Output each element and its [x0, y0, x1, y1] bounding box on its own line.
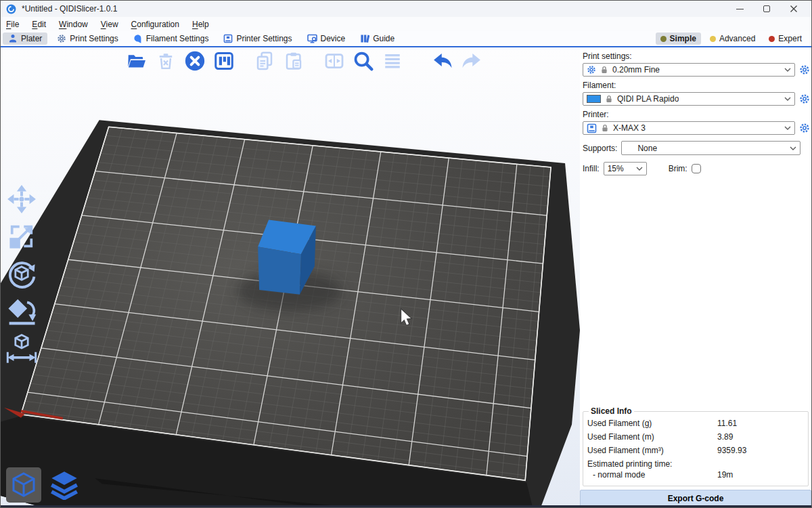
gear-icon: [799, 93, 810, 104]
editor-view-button[interactable]: [6, 467, 41, 503]
printer-combo[interactable]: X-MAX 3: [583, 121, 795, 135]
mode-simple[interactable]: Simple: [656, 33, 701, 45]
redo-button[interactable]: [460, 49, 483, 72]
menu-bar: File Edit Window View Configuration Help: [1, 17, 811, 31]
panel-spacer: [583, 177, 810, 406]
open-folder-icon: [127, 51, 147, 70]
minimize-button[interactable]: [726, 1, 753, 17]
scene-canvas[interactable]: [1, 47, 580, 507]
sliced-info-box: Sliced Info Used Filament (g) 11.61 Used…: [583, 406, 809, 486]
printer-value: X-MAX 3: [613, 123, 646, 133]
undo-button[interactable]: [431, 49, 454, 72]
maximize-button[interactable]: [753, 1, 780, 17]
supports-combo[interactable]: None: [621, 141, 800, 155]
row-value: 9359.93: [717, 446, 746, 455]
infill-combo[interactable]: 15%: [604, 162, 647, 175]
supports-value: None: [625, 144, 657, 153]
tab-label: Guide: [373, 34, 394, 43]
mode-advanced[interactable]: Advanced: [705, 33, 760, 45]
menu-configuration[interactable]: Configuration: [131, 20, 179, 29]
tab-device[interactable]: Device: [302, 33, 351, 45]
tab-printer-settings[interactable]: Printer Settings: [218, 33, 297, 45]
tab-plater[interactable]: Plater: [3, 33, 47, 45]
tab-bar: Plater Print Settings Filament Settings …: [1, 31, 811, 47]
split-button[interactable]: [323, 49, 346, 72]
undo-icon: [432, 51, 453, 71]
printer-label: Printer:: [583, 110, 810, 119]
viewport-toolbar: [125, 49, 483, 72]
preview-view-button[interactable]: [47, 467, 82, 503]
printer-icon: [223, 34, 233, 43]
close-icon: [790, 5, 798, 13]
row-label: Used Filament (mm³): [587, 446, 717, 455]
layers-view-icon: [49, 470, 79, 500]
gear-icon: [799, 64, 810, 75]
search-button[interactable]: [352, 49, 375, 72]
gear-icon: [587, 65, 596, 75]
arrange-button[interactable]: [212, 49, 235, 72]
layers-list-icon: [382, 51, 403, 71]
mode-switcher: Simple Advanced Expert: [656, 33, 809, 45]
chevron-down-icon: [784, 97, 791, 101]
brim-checkbox[interactable]: [692, 164, 701, 173]
row-value: 11.61: [717, 419, 737, 428]
filament-row: QIDI PLA Rapido: [583, 92, 810, 106]
menu-help[interactable]: Help: [192, 20, 209, 29]
title-bar: *Untitled - QIDISlicer-1.0.1: [1, 1, 811, 17]
close-button[interactable]: [780, 1, 807, 17]
window-controls: [726, 1, 807, 17]
viewport-3d[interactable]: [1, 47, 580, 507]
copy-icon: [254, 51, 275, 71]
search-icon: [353, 50, 374, 72]
tab-guide[interactable]: Guide: [355, 33, 400, 45]
filament-color-swatch: [587, 95, 601, 103]
filament-combo[interactable]: QIDI PLA Rapido: [583, 92, 795, 106]
menu-file[interactable]: File: [6, 20, 19, 29]
tab-print-settings[interactable]: Print Settings: [51, 33, 123, 45]
menu-window[interactable]: Window: [59, 20, 88, 29]
app-logo-icon: [6, 4, 16, 14]
tab-filament-settings[interactable]: Filament Settings: [128, 33, 215, 45]
window-title: *Untitled - QIDISlicer-1.0.1: [22, 4, 117, 14]
menu-view[interactable]: View: [101, 20, 118, 29]
delete-all-button[interactable]: [183, 49, 206, 72]
supports-row: Supports: None: [583, 141, 810, 155]
app-window: *Untitled - QIDISlicer-1.0.1 File Edit W…: [0, 0, 812, 508]
menu-edit[interactable]: Edit: [32, 20, 46, 29]
minimize-icon: [736, 9, 744, 9]
chevron-down-icon: [636, 167, 643, 171]
move-tool-button[interactable]: [5, 183, 38, 215]
mode-label: Expert: [778, 34, 802, 43]
tab-label: Plater: [21, 34, 42, 43]
sliced-info-row: Used Filament (mm³) 9359.93: [587, 446, 804, 455]
main-area: Print settings: 0.20mm Fine: [1, 47, 811, 507]
sliced-info-time-row: - normal mode 19m: [593, 470, 804, 480]
rotate-icon: [6, 258, 37, 289]
copy-button[interactable]: [253, 49, 276, 72]
edit-filament-button[interactable]: [798, 93, 810, 105]
delete-trash-icon: [157, 51, 175, 70]
delete-all-icon: [184, 50, 206, 72]
print-settings-combo[interactable]: 0.20mm Fine: [583, 63, 795, 77]
paste-button[interactable]: [282, 49, 305, 72]
delete-button[interactable]: [154, 49, 177, 72]
place-on-face-tool-button[interactable]: [5, 295, 38, 326]
lock-icon: [605, 94, 613, 104]
scale-tool-button[interactable]: [5, 220, 38, 252]
lock-icon: [600, 65, 608, 75]
arrange-icon: [214, 51, 234, 71]
sequence-button[interactable]: [381, 49, 404, 72]
measure-tool-button[interactable]: [5, 332, 38, 364]
edit-print-settings-button[interactable]: [798, 64, 810, 76]
mode-expert[interactable]: Expert: [764, 33, 807, 45]
rotate-tool-button[interactable]: [5, 257, 38, 289]
chevron-down-icon: [784, 68, 791, 72]
paste-icon: [284, 51, 304, 71]
row-label: - normal mode: [593, 470, 717, 480]
lock-icon: [601, 123, 609, 133]
open-project-button[interactable]: [125, 49, 148, 72]
gear-icon: [799, 123, 810, 133]
filament-value: QIDI PLA Rapido: [617, 94, 679, 104]
edit-printer-button[interactable]: [798, 123, 810, 134]
move-icon: [7, 184, 37, 214]
